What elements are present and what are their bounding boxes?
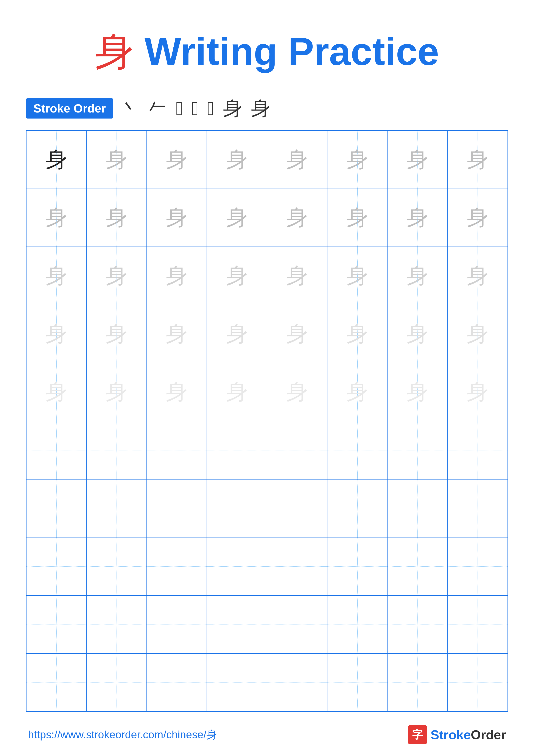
grid-cell[interactable] xyxy=(387,537,447,595)
grid-cell[interactable] xyxy=(267,421,327,479)
grid-cell[interactable] xyxy=(387,595,447,654)
footer-logo-icon: 字 xyxy=(408,725,427,744)
grid-cell[interactable] xyxy=(147,595,207,654)
grid-cell[interactable]: 身 xyxy=(87,131,146,189)
grid-cell[interactable]: 身 xyxy=(87,189,146,247)
grid-cell[interactable]: 身 xyxy=(387,363,447,421)
grid-cell[interactable] xyxy=(147,653,207,712)
practice-char: 身 xyxy=(46,265,67,286)
practice-char: 身 xyxy=(286,207,308,229)
grid-cell[interactable]: 身 xyxy=(26,363,87,421)
practice-char: 身 xyxy=(166,149,188,171)
footer: https://www.strokeorder.com/chinese/身 字 … xyxy=(26,725,508,744)
grid-cell[interactable] xyxy=(447,479,508,537)
grid-cell[interactable]: 身 xyxy=(327,363,387,421)
grid-cell[interactable]: 身 xyxy=(267,363,327,421)
grid-cell[interactable] xyxy=(327,595,387,654)
grid-cell[interactable] xyxy=(26,479,87,537)
grid-cell[interactable]: 身 xyxy=(147,305,207,363)
grid-cell[interactable] xyxy=(147,537,207,595)
grid-cell[interactable] xyxy=(207,537,267,595)
grid-cell[interactable] xyxy=(447,421,508,479)
grid-cell[interactable] xyxy=(447,653,508,712)
grid-cell[interactable] xyxy=(26,653,87,712)
grid-cell[interactable]: 身 xyxy=(207,131,267,189)
grid-cell[interactable]: 身 xyxy=(387,131,447,189)
title-text: Writing Practice xyxy=(134,30,439,73)
grid-cell[interactable]: 身 xyxy=(147,363,207,421)
grid-cell[interactable]: 身 xyxy=(147,131,207,189)
grid-cell[interactable]: 身 xyxy=(387,305,447,363)
practice-char: 身 xyxy=(346,323,368,345)
grid-cell[interactable]: 身 xyxy=(207,189,267,247)
grid-cell[interactable] xyxy=(26,421,87,479)
grid-cell[interactable]: 身 xyxy=(147,189,207,247)
grid-cell[interactable]: 身 xyxy=(26,131,87,189)
grid-cell[interactable] xyxy=(327,653,387,712)
grid-cell[interactable]: 身 xyxy=(327,131,387,189)
grid-cell[interactable] xyxy=(387,479,447,537)
grid-cell[interactable] xyxy=(26,537,87,595)
grid-cell[interactable]: 身 xyxy=(267,305,327,363)
grid-cell[interactable]: 身 xyxy=(447,247,508,305)
grid-cell[interactable] xyxy=(267,595,327,654)
grid-cell[interactable]: 身 xyxy=(387,247,447,305)
grid-cell[interactable] xyxy=(327,421,387,479)
grid-cell[interactable]: 身 xyxy=(387,189,447,247)
stroke-order-badge: Stroke Order xyxy=(26,98,113,119)
grid-cell[interactable] xyxy=(87,537,146,595)
grid-cell[interactable]: 身 xyxy=(26,305,87,363)
grid-cell[interactable]: 身 xyxy=(87,247,146,305)
grid-cell[interactable] xyxy=(327,537,387,595)
grid-cell[interactable]: 身 xyxy=(267,189,327,247)
stroke-2: 𠂉 xyxy=(148,97,171,120)
grid-cell[interactable]: 身 xyxy=(87,363,146,421)
practice-char: 身 xyxy=(286,323,308,345)
footer-logo-text: StrokeOrder xyxy=(431,727,506,742)
practice-char: 身 xyxy=(407,323,428,345)
grid-cell[interactable] xyxy=(387,421,447,479)
grid-cell[interactable] xyxy=(327,479,387,537)
grid-cell[interactable] xyxy=(207,653,267,712)
grid-cell[interactable]: 身 xyxy=(327,305,387,363)
grid-cell[interactable] xyxy=(87,421,146,479)
grid-cell[interactable] xyxy=(87,653,146,712)
practice-char: 身 xyxy=(226,149,248,171)
grid-cell[interactable]: 身 xyxy=(147,247,207,305)
grid-cell[interactable] xyxy=(87,479,146,537)
grid-cell[interactable]: 身 xyxy=(207,363,267,421)
grid-cell[interactable] xyxy=(147,479,207,537)
stroke-4: 𠄎 xyxy=(191,97,203,120)
grid-cell[interactable]: 身 xyxy=(447,131,508,189)
grid-cell[interactable]: 身 xyxy=(267,247,327,305)
grid-cell[interactable] xyxy=(207,421,267,479)
practice-char: 身 xyxy=(226,381,248,403)
grid-cell[interactable]: 身 xyxy=(26,189,87,247)
grid-cell[interactable]: 身 xyxy=(447,189,508,247)
footer-url[interactable]: https://www.strokeorder.com/chinese/身 xyxy=(28,728,217,742)
grid-cell[interactable]: 身 xyxy=(327,189,387,247)
grid-cell[interactable] xyxy=(447,537,508,595)
grid-cell[interactable]: 身 xyxy=(327,247,387,305)
grid-cell[interactable] xyxy=(267,479,327,537)
grid-cell[interactable]: 身 xyxy=(26,247,87,305)
grid-cell[interactable] xyxy=(207,595,267,654)
grid-cell[interactable]: 身 xyxy=(447,363,508,421)
grid-cell[interactable] xyxy=(207,479,267,537)
practice-char: 身 xyxy=(46,149,67,171)
grid-cell[interactable] xyxy=(267,537,327,595)
grid-cell[interactable]: 身 xyxy=(87,305,146,363)
grid-cell[interactable]: 身 xyxy=(267,131,327,189)
practice-char: 身 xyxy=(106,323,127,345)
grid-cell[interactable] xyxy=(387,653,447,712)
practice-char: 身 xyxy=(166,381,188,403)
grid-cell[interactable]: 身 xyxy=(207,247,267,305)
grid-cell[interactable] xyxy=(26,595,87,654)
grid-cell[interactable]: 身 xyxy=(447,305,508,363)
grid-cell[interactable] xyxy=(87,595,146,654)
practice-char: 身 xyxy=(346,207,368,229)
grid-cell[interactable] xyxy=(447,595,508,654)
grid-cell[interactable]: 身 xyxy=(207,305,267,363)
grid-cell[interactable] xyxy=(267,653,327,712)
grid-cell[interactable] xyxy=(147,421,207,479)
